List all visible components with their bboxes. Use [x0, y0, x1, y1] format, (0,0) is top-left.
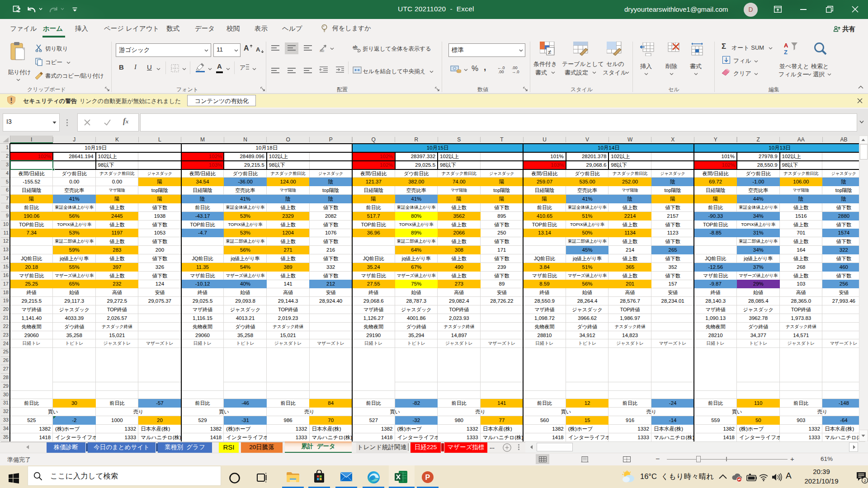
svg-text:P: P: [425, 474, 430, 481]
svg-text:≠: ≠: [548, 48, 552, 56]
svg-text:2: 2: [864, 478, 866, 483]
svg-text:→.0: →.0: [512, 70, 519, 74]
svg-text:ab: ab: [353, 45, 358, 49]
svg-text:A: A: [784, 42, 788, 49]
svg-text:Z: Z: [784, 49, 788, 56]
svg-text:.00: .00: [498, 70, 504, 74]
svg-text:ab: ab: [320, 48, 324, 52]
svg-text:ア: ア: [240, 64, 245, 71]
